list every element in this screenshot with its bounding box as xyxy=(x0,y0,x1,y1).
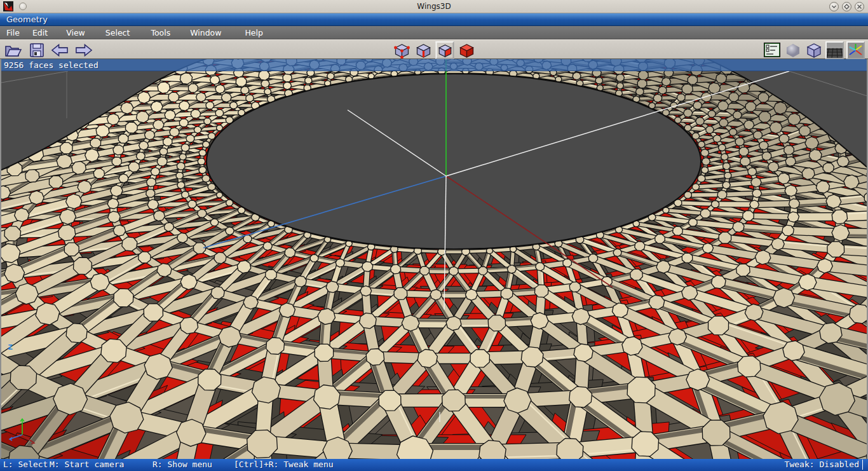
face-select-mode[interactable] xyxy=(436,41,454,59)
menu-edit[interactable]: Edit xyxy=(29,28,51,38)
status-separator xyxy=(862,460,863,470)
view-options-icon[interactable] xyxy=(763,41,781,59)
menu-select[interactable]: Select xyxy=(102,28,134,38)
menu-bar: File Edit View Select Tools Window Help xyxy=(0,26,868,39)
redo-icon[interactable] xyxy=(74,41,93,59)
wings3d-window: Wings3D Geometry File Edit View Select T… xyxy=(0,0,868,471)
toolbar-left-group xyxy=(4,41,93,59)
toolbar xyxy=(0,39,868,59)
show-edges-icon[interactable] xyxy=(804,41,823,59)
status-bar: L: Select M: Start camera R: Show menu [… xyxy=(0,459,868,471)
save-file-icon[interactable] xyxy=(27,41,46,59)
window-title: Wings3D xyxy=(0,2,868,11)
status-ctrl-right-click: [Ctrl]+R: Tweak menu xyxy=(234,460,334,469)
info-line-bar: 9256 faces selected xyxy=(1,59,867,71)
smooth-shaded-icon[interactable] xyxy=(783,41,802,59)
workspace-tab-label: Geometry xyxy=(6,15,48,24)
3d-viewport[interactable]: z xyxy=(1,59,867,459)
menu-view[interactable]: View xyxy=(62,28,89,38)
viewport-container: z 9256 faces selected xyxy=(0,59,868,459)
z-axis-letter: z xyxy=(8,341,13,352)
undo-icon[interactable] xyxy=(51,41,69,59)
minimize-button[interactable] xyxy=(829,2,839,11)
status-right-click: R: Show menu xyxy=(153,460,212,469)
close-button[interactable] xyxy=(855,2,864,11)
show-axes-icon[interactable] xyxy=(846,41,865,59)
open-file-icon[interactable] xyxy=(4,41,22,59)
body-select-mode[interactable] xyxy=(458,41,476,59)
status-middle-click: M: Start camera xyxy=(50,460,124,469)
edge-select-mode[interactable] xyxy=(414,41,433,59)
toolbar-right-group xyxy=(763,41,865,59)
tweak-status: Tweak: Disabled xyxy=(785,460,859,469)
menu-help[interactable]: Help xyxy=(241,28,267,38)
window-controls xyxy=(829,2,864,11)
maximize-button[interactable] xyxy=(842,2,851,11)
menu-file[interactable]: File xyxy=(3,28,24,38)
vertex-select-mode[interactable] xyxy=(393,41,411,59)
info-line-text: 9256 faces selected xyxy=(4,60,98,70)
status-left-click: L: Select xyxy=(3,460,48,469)
workspace-tab-bar[interactable]: Geometry xyxy=(0,13,868,26)
selection-mode-group xyxy=(393,41,476,59)
menu-window[interactable]: Window xyxy=(186,28,225,38)
title-bar: Wings3D xyxy=(0,0,868,13)
ground-plane-icon[interactable] xyxy=(825,41,844,59)
menu-tools[interactable]: Tools xyxy=(147,28,174,38)
